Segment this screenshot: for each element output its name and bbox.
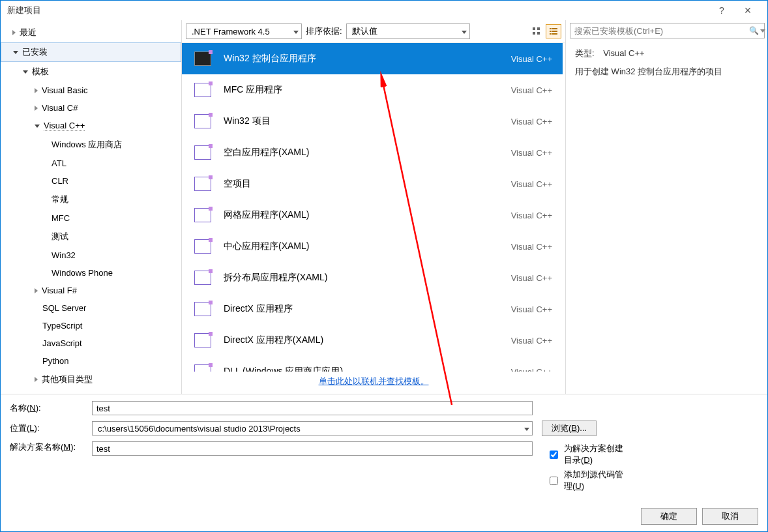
other-label: 其他项目类型 <box>42 374 93 385</box>
recent-section[interactable]: 最近 <box>1 23 181 42</box>
name-row: 名称(N): <box>10 401 758 415</box>
browse-button[interactable]: 浏览(B)... <box>542 421 597 436</box>
form-area: 名称(N): 位置(L): c:\users\15056\documents\v… <box>1 394 767 504</box>
template-name: 拆分布局应用程序(XAML) <box>224 272 501 284</box>
category-tree[interactable]: 最近 已安装 模板 Visual Basic Visual C# Visual … <box>1 20 182 394</box>
checkbox-icon[interactable] <box>550 451 558 459</box>
svg-rect-5 <box>552 28 557 29</box>
help-button[interactable]: ? <box>709 5 735 16</box>
template-item[interactable]: DLL (Windows 应用商店应用)Visual C++ <box>182 356 563 372</box>
dialog-buttons: 确定 取消 <box>1 504 767 531</box>
list-view-button[interactable] <box>546 24 561 38</box>
svg-rect-0 <box>533 27 535 30</box>
vcsharp-node[interactable]: Visual C# <box>1 99 181 117</box>
close-button[interactable]: × <box>735 4 761 18</box>
vb-node[interactable]: Visual Basic <box>1 81 181 99</box>
search-icon[interactable]: 🔍 <box>750 23 763 38</box>
sort-combo[interactable]: 默认值 <box>346 23 470 39</box>
template-item[interactable]: 空白应用程序(XAML)Visual C++ <box>182 137 563 168</box>
js-node[interactable]: JavaScript <box>1 334 181 352</box>
checkbox-group: 为解决方案创建目录(D) 添加到源代码管理(U) <box>547 441 625 492</box>
tree-leaf[interactable]: MFC <box>1 209 181 227</box>
dialog-body: 最近 已安装 模板 Visual Basic Visual C# Visual … <box>1 20 767 394</box>
template-icon <box>192 81 213 99</box>
tree-leaf-label: Windows Phone <box>52 268 113 278</box>
tree-leaf[interactable]: 常规 <box>1 190 181 209</box>
location-label: 位置(L): <box>10 422 88 434</box>
modeling-node[interactable]: 建模项目 <box>1 389 181 394</box>
template-name: MFC 应用程序 <box>224 84 501 96</box>
sql-label: SQL Server <box>42 303 86 313</box>
list-icon <box>549 27 558 36</box>
template-item[interactable]: DirectX 应用程序Visual C++ <box>182 293 563 325</box>
window-title: 新建项目 <box>7 5 709 16</box>
ok-button[interactable]: 确定 <box>641 508 697 525</box>
tree-leaf-label: ATL <box>52 158 66 168</box>
location-value: c:\users\15056\documents\visual studio 2… <box>98 424 301 434</box>
tree-leaf[interactable]: Windows Phone <box>1 264 181 282</box>
templates-label: 模板 <box>32 66 49 78</box>
template-item[interactable]: 网格应用程序(XAML)Visual C++ <box>182 200 563 231</box>
py-node[interactable]: Python <box>1 352 181 370</box>
chevron-right-icon <box>35 88 38 93</box>
tree-leaf[interactable]: Windows 应用商店 <box>1 135 181 155</box>
framework-combo[interactable]: .NET Framework 4.5 <box>186 23 302 39</box>
type-row: 类型: Visual C++ <box>575 48 758 59</box>
template-lang: Visual C++ <box>511 117 552 126</box>
template-lang: Visual C++ <box>511 336 552 346</box>
template-item[interactable]: DirectX 应用程序(XAML)Visual C++ <box>182 325 563 356</box>
source-control-checkbox[interactable]: 添加到源代码管理(U) <box>547 469 625 492</box>
solution-input[interactable] <box>92 441 533 456</box>
template-item[interactable]: 拆分布局应用程序(XAML)Visual C++ <box>182 262 563 293</box>
type-label: 类型: <box>575 48 595 58</box>
vcpp-node[interactable]: Visual C++ <box>1 117 181 135</box>
template-item[interactable]: 空项目Visual C++ <box>182 168 563 200</box>
other-node[interactable]: 其他项目类型 <box>1 370 181 389</box>
create-dir-checkbox[interactable]: 为解决方案创建目录(D) <box>547 443 625 466</box>
tree-leaf-label: CLR <box>52 176 68 186</box>
template-icon <box>192 237 213 256</box>
template-lang: Visual C++ <box>511 54 552 64</box>
cancel-button[interactable]: 取消 <box>702 508 758 525</box>
checkbox-icon[interactable] <box>550 477 558 485</box>
template-item[interactable]: Win32 项目Visual C++ <box>182 106 563 137</box>
sql-node[interactable]: SQL Server <box>1 299 181 317</box>
template-lang: Visual C++ <box>511 242 552 252</box>
installed-section[interactable]: 已安装 <box>1 42 181 62</box>
vfsharp-node[interactable]: Visual F# <box>1 282 181 299</box>
template-item[interactable]: 中心应用程序(XAML)Visual C++ <box>182 231 563 262</box>
template-name: DirectX 应用程序 <box>224 303 501 315</box>
location-input[interactable]: c:\users\15056\documents\visual studio 2… <box>92 421 533 436</box>
grid-view-button[interactable] <box>529 24 544 38</box>
svg-rect-8 <box>550 33 552 35</box>
chevron-down-icon <box>288 27 299 37</box>
online-search-link[interactable]: 单击此处以联机并查找模板。 <box>319 376 429 386</box>
svg-rect-4 <box>550 28 552 29</box>
search-input[interactable] <box>570 23 765 38</box>
tree-leaf[interactable]: Win32 <box>1 246 181 264</box>
tree-leaf[interactable]: 测试 <box>1 227 181 246</box>
templates-node[interactable]: 模板 <box>1 62 181 81</box>
chevron-down-icon <box>23 70 28 74</box>
tree-leaf[interactable]: CLR <box>1 172 181 190</box>
template-item[interactable]: Win32 控制台应用程序Visual C++ <box>182 43 563 74</box>
template-lang: Visual C++ <box>511 211 552 220</box>
template-lang: Visual C++ <box>511 304 552 314</box>
search-box: 🔍 <box>570 23 763 38</box>
solution-row: 解决方案名称(M): 为解决方案创建目录(D) 添加到源代码管理(U) <box>10 441 758 492</box>
framework-value: .NET Framework 4.5 <box>192 27 270 37</box>
chevron-down-icon <box>456 27 467 37</box>
chevron-right-icon <box>35 288 38 293</box>
template-item[interactable]: MFC 应用程序Visual C++ <box>182 74 563 106</box>
template-panel: .NET Framework 4.5 排序依据: 默认值 <box>182 20 565 394</box>
svg-rect-7 <box>552 31 557 32</box>
template-scroll[interactable]: Win32 控制台应用程序Visual C++MFC 应用程序Visual C+… <box>182 43 565 372</box>
name-input[interactable] <box>92 401 533 415</box>
template-icon <box>192 269 213 287</box>
template-description: 类型: Visual C++ 用于创建 Win32 控制台应用程序的项目 <box>566 38 767 78</box>
chevron-right-icon <box>35 106 38 111</box>
ts-node[interactable]: TypeScript <box>1 317 181 334</box>
sort-value: 默认值 <box>352 25 377 37</box>
tree-leaf[interactable]: ATL <box>1 155 181 172</box>
chevron-right-icon <box>12 30 16 35</box>
